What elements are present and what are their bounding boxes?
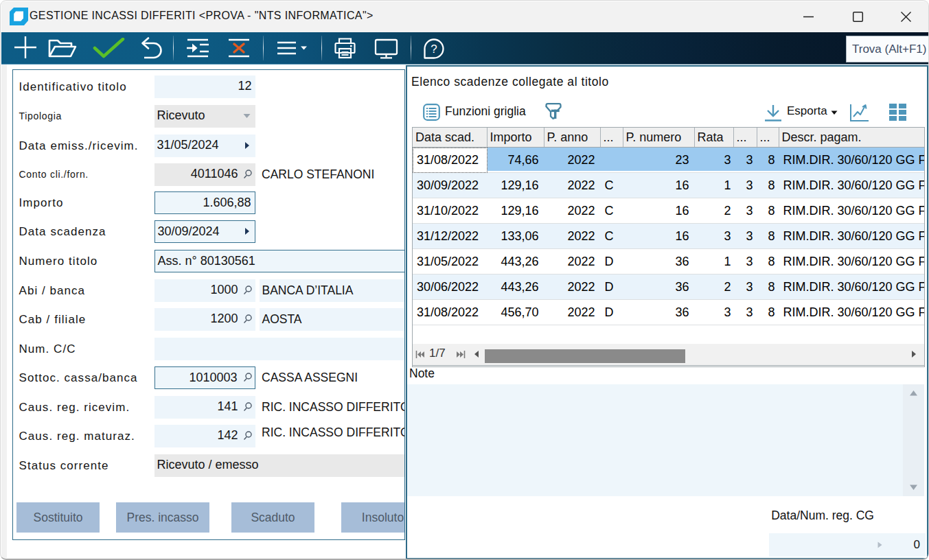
svg-text:?: ?	[431, 43, 437, 56]
